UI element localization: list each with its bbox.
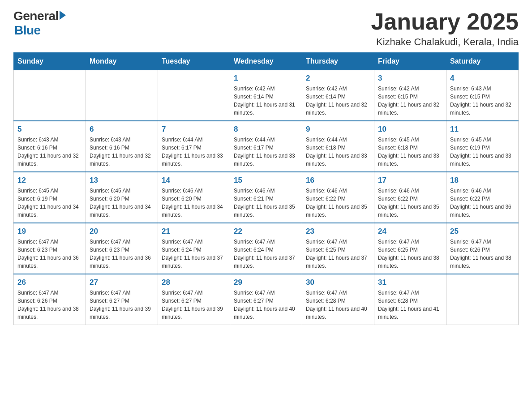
page-title: January 2025 bbox=[371, 9, 519, 34]
day-number: 10 bbox=[378, 125, 442, 134]
calendar-week-row: 12Sunrise: 6:45 AM Sunset: 6:19 PM Dayli… bbox=[14, 172, 519, 223]
calendar-week-row: 19Sunrise: 6:47 AM Sunset: 6:23 PM Dayli… bbox=[14, 223, 519, 274]
day-info: Sunrise: 6:44 AM Sunset: 6:17 PM Dayligh… bbox=[162, 136, 226, 168]
calendar-header: SundayMondayTuesdayWednesdayThursdayFrid… bbox=[14, 53, 519, 70]
calendar-cell: 8Sunrise: 6:44 AM Sunset: 6:17 PM Daylig… bbox=[230, 121, 302, 172]
day-info: Sunrise: 6:42 AM Sunset: 6:14 PM Dayligh… bbox=[234, 85, 298, 117]
calendar-week-row: 1Sunrise: 6:42 AM Sunset: 6:14 PM Daylig… bbox=[14, 70, 519, 121]
day-info: Sunrise: 6:45 AM Sunset: 6:19 PM Dayligh… bbox=[450, 136, 515, 168]
calendar-cell: 21Sunrise: 6:47 AM Sunset: 6:24 PM Dayli… bbox=[158, 223, 230, 274]
day-info: Sunrise: 6:47 AM Sunset: 6:23 PM Dayligh… bbox=[17, 238, 82, 270]
calendar-cell bbox=[158, 70, 230, 121]
calendar-cell: 26Sunrise: 6:47 AM Sunset: 6:26 PM Dayli… bbox=[14, 274, 86, 325]
day-number: 21 bbox=[162, 227, 226, 236]
weekday-header-monday: Monday bbox=[86, 53, 158, 70]
calendar-cell: 13Sunrise: 6:45 AM Sunset: 6:20 PM Dayli… bbox=[86, 172, 158, 223]
day-number: 24 bbox=[378, 227, 442, 236]
day-info: Sunrise: 6:46 AM Sunset: 6:22 PM Dayligh… bbox=[378, 187, 442, 219]
day-number: 8 bbox=[234, 125, 298, 134]
day-info: Sunrise: 6:43 AM Sunset: 6:16 PM Dayligh… bbox=[17, 136, 82, 168]
logo-general-text: General bbox=[13, 9, 59, 23]
calendar-cell: 7Sunrise: 6:44 AM Sunset: 6:17 PM Daylig… bbox=[158, 121, 230, 172]
day-info: Sunrise: 6:47 AM Sunset: 6:27 PM Dayligh… bbox=[90, 289, 154, 321]
calendar-cell: 4Sunrise: 6:43 AM Sunset: 6:15 PM Daylig… bbox=[446, 70, 519, 121]
day-info: Sunrise: 6:44 AM Sunset: 6:17 PM Dayligh… bbox=[234, 136, 298, 168]
day-info: Sunrise: 6:47 AM Sunset: 6:28 PM Dayligh… bbox=[378, 289, 442, 321]
day-info: Sunrise: 6:45 AM Sunset: 6:19 PM Dayligh… bbox=[17, 187, 82, 219]
calendar-cell: 24Sunrise: 6:47 AM Sunset: 6:25 PM Dayli… bbox=[374, 223, 446, 274]
day-info: Sunrise: 6:46 AM Sunset: 6:22 PM Dayligh… bbox=[450, 187, 515, 219]
weekday-header-sunday: Sunday bbox=[14, 53, 86, 70]
calendar-cell: 3Sunrise: 6:42 AM Sunset: 6:15 PM Daylig… bbox=[374, 70, 446, 121]
logo-blue-text: Blue bbox=[14, 23, 41, 38]
day-info: Sunrise: 6:46 AM Sunset: 6:22 PM Dayligh… bbox=[306, 187, 370, 219]
day-number: 9 bbox=[306, 125, 370, 134]
day-number: 15 bbox=[234, 176, 298, 185]
day-info: Sunrise: 6:42 AM Sunset: 6:15 PM Dayligh… bbox=[378, 85, 442, 117]
day-info: Sunrise: 6:45 AM Sunset: 6:18 PM Dayligh… bbox=[378, 136, 442, 168]
calendar-cell: 31Sunrise: 6:47 AM Sunset: 6:28 PM Dayli… bbox=[374, 274, 446, 325]
day-number: 27 bbox=[90, 278, 154, 287]
logo: General Blue bbox=[13, 9, 66, 38]
calendar-cell: 5Sunrise: 6:43 AM Sunset: 6:16 PM Daylig… bbox=[14, 121, 86, 172]
day-number: 20 bbox=[90, 227, 154, 236]
day-number: 3 bbox=[378, 74, 442, 83]
day-info: Sunrise: 6:47 AM Sunset: 6:26 PM Dayligh… bbox=[450, 238, 515, 270]
calendar-table: SundayMondayTuesdayWednesdayThursdayFrid… bbox=[13, 52, 519, 325]
calendar-cell bbox=[446, 274, 519, 325]
page-subtitle: Kizhake Chalakudi, Kerala, India bbox=[371, 36, 519, 48]
day-number: 29 bbox=[234, 278, 298, 287]
day-info: Sunrise: 6:45 AM Sunset: 6:20 PM Dayligh… bbox=[90, 187, 154, 219]
calendar-week-row: 26Sunrise: 6:47 AM Sunset: 6:26 PM Dayli… bbox=[14, 274, 519, 325]
calendar-cell: 28Sunrise: 6:47 AM Sunset: 6:27 PM Dayli… bbox=[158, 274, 230, 325]
calendar-cell: 1Sunrise: 6:42 AM Sunset: 6:14 PM Daylig… bbox=[230, 70, 302, 121]
day-number: 25 bbox=[450, 227, 515, 236]
calendar-cell: 9Sunrise: 6:44 AM Sunset: 6:18 PM Daylig… bbox=[302, 121, 374, 172]
day-info: Sunrise: 6:47 AM Sunset: 6:24 PM Dayligh… bbox=[162, 238, 226, 270]
day-number: 19 bbox=[17, 227, 82, 236]
calendar-cell: 10Sunrise: 6:45 AM Sunset: 6:18 PM Dayli… bbox=[374, 121, 446, 172]
logo-triangle-icon bbox=[60, 11, 66, 20]
weekday-header-wednesday: Wednesday bbox=[230, 53, 302, 70]
calendar-cell: 25Sunrise: 6:47 AM Sunset: 6:26 PM Dayli… bbox=[446, 223, 519, 274]
day-number: 11 bbox=[450, 125, 515, 134]
day-number: 6 bbox=[90, 125, 154, 134]
weekday-header-friday: Friday bbox=[374, 53, 446, 70]
calendar-cell: 2Sunrise: 6:42 AM Sunset: 6:14 PM Daylig… bbox=[302, 70, 374, 121]
calendar-cell bbox=[14, 70, 86, 121]
day-number: 31 bbox=[378, 278, 442, 287]
day-info: Sunrise: 6:46 AM Sunset: 6:20 PM Dayligh… bbox=[162, 187, 226, 219]
calendar-cell: 15Sunrise: 6:46 AM Sunset: 6:21 PM Dayli… bbox=[230, 172, 302, 223]
calendar-cell: 30Sunrise: 6:47 AM Sunset: 6:28 PM Dayli… bbox=[302, 274, 374, 325]
day-number: 2 bbox=[306, 74, 370, 83]
day-info: Sunrise: 6:44 AM Sunset: 6:18 PM Dayligh… bbox=[306, 136, 370, 168]
calendar-cell: 22Sunrise: 6:47 AM Sunset: 6:24 PM Dayli… bbox=[230, 223, 302, 274]
calendar-cell: 6Sunrise: 6:43 AM Sunset: 6:16 PM Daylig… bbox=[86, 121, 158, 172]
day-info: Sunrise: 6:43 AM Sunset: 6:15 PM Dayligh… bbox=[450, 85, 515, 117]
day-info: Sunrise: 6:47 AM Sunset: 6:27 PM Dayligh… bbox=[162, 289, 226, 321]
calendar-cell bbox=[86, 70, 158, 121]
day-number: 26 bbox=[17, 278, 82, 287]
weekday-header-saturday: Saturday bbox=[446, 53, 519, 70]
calendar-cell: 11Sunrise: 6:45 AM Sunset: 6:19 PM Dayli… bbox=[446, 121, 519, 172]
day-number: 17 bbox=[378, 176, 442, 185]
calendar-cell: 16Sunrise: 6:46 AM Sunset: 6:22 PM Dayli… bbox=[302, 172, 374, 223]
calendar-cell: 29Sunrise: 6:47 AM Sunset: 6:27 PM Dayli… bbox=[230, 274, 302, 325]
calendar-cell: 14Sunrise: 6:46 AM Sunset: 6:20 PM Dayli… bbox=[158, 172, 230, 223]
day-info: Sunrise: 6:47 AM Sunset: 6:23 PM Dayligh… bbox=[90, 238, 154, 270]
day-number: 1 bbox=[234, 74, 298, 83]
day-number: 28 bbox=[162, 278, 226, 287]
calendar-cell: 20Sunrise: 6:47 AM Sunset: 6:23 PM Dayli… bbox=[86, 223, 158, 274]
weekday-header-tuesday: Tuesday bbox=[158, 53, 230, 70]
calendar-cell: 17Sunrise: 6:46 AM Sunset: 6:22 PM Dayli… bbox=[374, 172, 446, 223]
day-info: Sunrise: 6:46 AM Sunset: 6:21 PM Dayligh… bbox=[234, 187, 298, 219]
day-info: Sunrise: 6:47 AM Sunset: 6:27 PM Dayligh… bbox=[234, 289, 298, 321]
day-number: 18 bbox=[450, 176, 515, 185]
calendar-cell: 18Sunrise: 6:46 AM Sunset: 6:22 PM Dayli… bbox=[446, 172, 519, 223]
calendar-week-row: 5Sunrise: 6:43 AM Sunset: 6:16 PM Daylig… bbox=[14, 121, 519, 172]
day-info: Sunrise: 6:47 AM Sunset: 6:25 PM Dayligh… bbox=[378, 238, 442, 270]
day-info: Sunrise: 6:47 AM Sunset: 6:26 PM Dayligh… bbox=[17, 289, 82, 321]
day-number: 22 bbox=[234, 227, 298, 236]
day-info: Sunrise: 6:47 AM Sunset: 6:24 PM Dayligh… bbox=[234, 238, 298, 270]
weekday-header-row: SundayMondayTuesdayWednesdayThursdayFrid… bbox=[14, 53, 519, 70]
